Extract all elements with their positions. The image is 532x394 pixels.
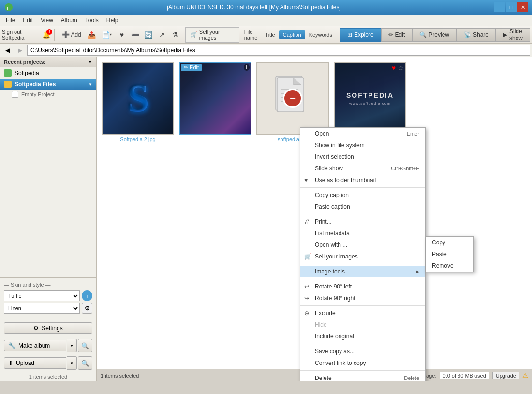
ctx-open-with-label: Open with ... [315, 242, 347, 248]
upgrade-button[interactable]: Upgrade [492, 372, 519, 379]
minimize-button[interactable]: – [494, 2, 505, 12]
thumb-img-3[interactable]: − [256, 62, 329, 135]
selected-count: 1 items selected [101, 373, 139, 379]
upload-button[interactable]: ⬆ Upload [4, 357, 66, 369]
menu-edit[interactable]: Edit [19, 15, 37, 26]
ctx-hide-label: Hide [315, 321, 327, 328]
maximize-button[interactable]: □ [506, 2, 517, 12]
skin-info-button[interactable]: i [82, 290, 92, 301]
img-s: S [103, 63, 173, 134]
filemeta-keywords[interactable]: Keywords [305, 30, 336, 39]
back-button[interactable]: ◀ [2, 45, 13, 56]
info-badge[interactable]: i [244, 64, 250, 71]
thumb-img-2[interactable]: ✏ Edit i [179, 62, 251, 135]
filemeta-title[interactable]: Title [261, 30, 279, 39]
ctx-exclude[interactable]: ⊖ Exclude - [300, 307, 425, 319]
signout-area: Sign out Softpedia 🔔 ! [2, 29, 55, 41]
ctx-save-copy[interactable]: Save copy as... [300, 346, 425, 357]
ctx-slideshow-label: Slide show [315, 165, 343, 172]
share-nav-icon: 📡 [464, 31, 471, 38]
win-controls: – □ ✕ [494, 2, 528, 12]
active-album[interactable]: Softpedia Files ▼ [0, 79, 96, 90]
address-input[interactable] [27, 45, 530, 56]
tab-preview[interactable]: 🔍 Preview [412, 28, 457, 42]
make-album-button[interactable]: 🔧 Make album [4, 340, 66, 351]
favorite-button[interactable]: ♥ [116, 28, 128, 42]
style-gear-button[interactable]: ⚙ [82, 303, 92, 314]
ctx-open[interactable]: Open Enter [300, 128, 425, 139]
add-button[interactable]: ➕ Add [59, 28, 84, 42]
sub-paste[interactable]: Paste [426, 248, 473, 260]
ctx-show-fs[interactable]: Show in file system [300, 139, 425, 151]
ctx-sep-1 [300, 187, 425, 188]
ctx-folder-thumb[interactable]: ♥ Use as folder thumbnail [300, 174, 425, 186]
ctx-convert-link[interactable]: Convert link to copy [300, 357, 425, 369]
heart-ctx-icon: ♥ [304, 177, 308, 183]
ctx-slideshow[interactable]: Slide show Ctrl+Shift+F [300, 163, 425, 174]
tab-edit[interactable]: ✏ Edit [381, 28, 413, 42]
upload-label: Upload [16, 360, 34, 366]
menu-album[interactable]: Album [57, 15, 81, 26]
upload-arrow[interactable]: ▾ [67, 356, 77, 370]
empty-project[interactable]: Empty Project [0, 90, 96, 99]
edit-badge[interactable]: ✏ Edit [181, 64, 202, 71]
titlebar: j jAlbum UNLICENSED. 30 trial days left … [0, 0, 532, 15]
ctx-sep-4 [300, 279, 425, 279]
ctx-include-original-label: Include original [315, 333, 354, 340]
filemeta-filename[interactable]: File name [240, 28, 262, 42]
empty-icon [12, 91, 18, 98]
filemeta-caption[interactable]: Caption [279, 30, 305, 39]
upload-search[interactable]: 🔍 [78, 356, 92, 370]
nav-toolbar: Sign out Softpedia 🔔 ! ➕ Add 📤 📄▾ ♥ ➖ 🔄 … [0, 26, 532, 44]
thumb-img-4[interactable]: SOFTPEDIA www.softpedia.com ♥ ☆ [334, 62, 406, 135]
ctx-image-tools[interactable]: Image tools ▶ [300, 266, 425, 277]
recent-dropdown-icon: ▼ [88, 60, 92, 64]
ctx-copy-caption[interactable]: Copy caption [300, 189, 425, 201]
forward-button[interactable]: ▶ [15, 45, 25, 56]
context-menu: Open Enter Show in file system Invert se… [300, 127, 426, 381]
share-button[interactable]: 📤 [86, 28, 98, 42]
skin-select[interactable]: Turtle [4, 290, 80, 301]
ctx-sell[interactable]: 🛒 Sell your images [300, 251, 425, 262]
ctx-print-label: Print... [315, 218, 332, 225]
ctx-paste-caption[interactable]: Paste caption [300, 201, 425, 212]
menu-file[interactable]: File [2, 15, 19, 26]
recent-projects-header[interactable]: Recent projects: ▼ [0, 57, 96, 67]
ctx-print[interactable]: 🖨 Print... [300, 216, 425, 227]
ctx-delete[interactable]: Delete Delete [300, 372, 425, 381]
addressbar: ◀ ▶ [0, 44, 532, 57]
menu-help[interactable]: Help [103, 15, 122, 26]
ctx-sep-3 [300, 264, 425, 264]
ctx-list-meta[interactable]: List metadata [300, 227, 425, 239]
signout-label[interactable]: Sign out Softpedia [2, 29, 40, 41]
minus-button[interactable]: ➖ [129, 28, 142, 42]
style-select[interactable]: Linen [4, 303, 80, 314]
sync-button[interactable]: 🔄 [142, 28, 155, 42]
filter-button[interactable]: ⚗ [169, 28, 181, 42]
ctx-sep-7 [300, 370, 425, 371]
close-button[interactable]: ✕ [517, 2, 528, 12]
tab-share[interactable]: 📡 Share [457, 28, 496, 42]
ctx-rotate-left[interactable]: ↩ Rotate 90° left [300, 281, 425, 292]
thumb-label-1[interactable]: Softpedia 2.jpg [120, 136, 155, 142]
storage-value: 0.0 of 30 MB used [440, 372, 489, 379]
settings-button[interactable]: ⚙ Settings [4, 322, 92, 334]
sell-images-button[interactable]: 🛒 Sell your images [185, 27, 239, 43]
print-icon: 🖨 [304, 218, 310, 225]
tab-explore[interactable]: ⊞ Explore [340, 28, 381, 42]
thumb-img-1[interactable]: S [102, 62, 174, 135]
make-album-search[interactable]: 🔍 [78, 339, 92, 352]
menu-tools[interactable]: Tools [81, 15, 103, 26]
tab-slideshow[interactable]: ▶ Slide show [496, 28, 530, 42]
ctx-rotate-right[interactable]: ↪ Rotate 90° right [300, 292, 425, 304]
ctx-open-with[interactable]: Open with ... [300, 239, 425, 251]
new-button[interactable]: 📄▾ [99, 28, 115, 42]
sub-remove[interactable]: Remove [426, 260, 473, 272]
project-softpedia[interactable]: Softpedia [0, 67, 96, 79]
export-button[interactable]: ↗ [156, 28, 168, 42]
ctx-include-original[interactable]: Include original [300, 331, 425, 342]
sub-copy[interactable]: Copy [426, 237, 473, 248]
ctx-invert[interactable]: Invert selection [300, 151, 425, 163]
menu-view[interactable]: View [37, 15, 57, 26]
make-album-arrow[interactable]: ▾ [67, 339, 77, 352]
